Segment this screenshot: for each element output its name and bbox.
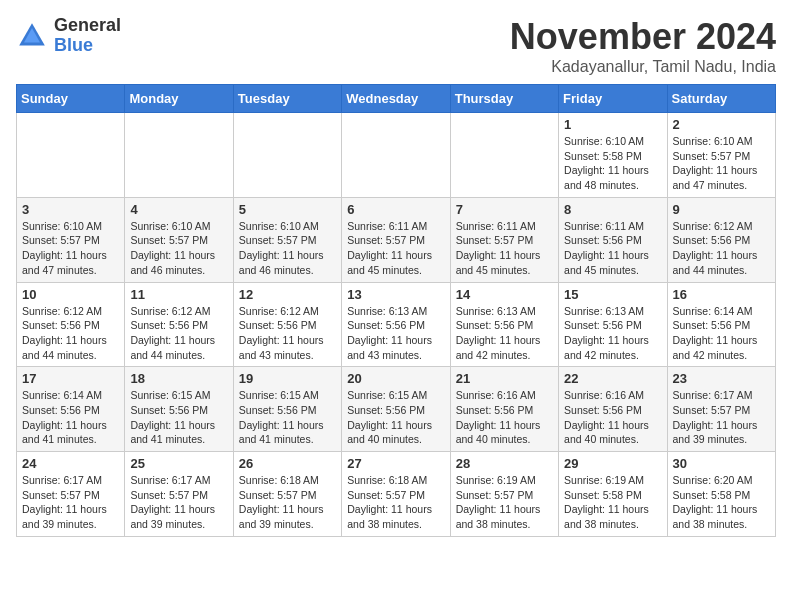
- day-number: 3: [22, 202, 119, 217]
- day-info: Sunrise: 6:19 AM Sunset: 5:57 PM Dayligh…: [456, 473, 553, 532]
- day-number: 7: [456, 202, 553, 217]
- day-info: Sunrise: 6:15 AM Sunset: 5:56 PM Dayligh…: [239, 388, 336, 447]
- day-number: 6: [347, 202, 444, 217]
- day-cell: 29Sunrise: 6:19 AM Sunset: 5:58 PM Dayli…: [559, 452, 667, 537]
- day-info: Sunrise: 6:17 AM Sunset: 5:57 PM Dayligh…: [130, 473, 227, 532]
- day-info: Sunrise: 6:10 AM Sunset: 5:58 PM Dayligh…: [564, 134, 661, 193]
- header-cell-saturday: Saturday: [667, 85, 775, 113]
- day-cell: 14Sunrise: 6:13 AM Sunset: 5:56 PM Dayli…: [450, 282, 558, 367]
- main-title: November 2024: [510, 16, 776, 58]
- day-number: 26: [239, 456, 336, 471]
- day-cell: 16Sunrise: 6:14 AM Sunset: 5:56 PM Dayli…: [667, 282, 775, 367]
- header-cell-friday: Friday: [559, 85, 667, 113]
- header-row: SundayMondayTuesdayWednesdayThursdayFrid…: [17, 85, 776, 113]
- day-number: 11: [130, 287, 227, 302]
- day-cell: 26Sunrise: 6:18 AM Sunset: 5:57 PM Dayli…: [233, 452, 341, 537]
- day-number: 17: [22, 371, 119, 386]
- day-cell: 27Sunrise: 6:18 AM Sunset: 5:57 PM Dayli…: [342, 452, 450, 537]
- day-number: 14: [456, 287, 553, 302]
- day-cell: 20Sunrise: 6:15 AM Sunset: 5:56 PM Dayli…: [342, 367, 450, 452]
- day-cell: 1Sunrise: 6:10 AM Sunset: 5:58 PM Daylig…: [559, 113, 667, 198]
- day-number: 28: [456, 456, 553, 471]
- day-number: 16: [673, 287, 770, 302]
- day-cell: 21Sunrise: 6:16 AM Sunset: 5:56 PM Dayli…: [450, 367, 558, 452]
- day-cell: 24Sunrise: 6:17 AM Sunset: 5:57 PM Dayli…: [17, 452, 125, 537]
- day-info: Sunrise: 6:10 AM Sunset: 5:57 PM Dayligh…: [239, 219, 336, 278]
- day-cell: [450, 113, 558, 198]
- week-row-3: 10Sunrise: 6:12 AM Sunset: 5:56 PM Dayli…: [17, 282, 776, 367]
- header-cell-sunday: Sunday: [17, 85, 125, 113]
- day-number: 4: [130, 202, 227, 217]
- day-number: 10: [22, 287, 119, 302]
- calendar-body: 1Sunrise: 6:10 AM Sunset: 5:58 PM Daylig…: [17, 113, 776, 537]
- day-number: 20: [347, 371, 444, 386]
- day-number: 23: [673, 371, 770, 386]
- day-info: Sunrise: 6:16 AM Sunset: 5:56 PM Dayligh…: [456, 388, 553, 447]
- day-number: 24: [22, 456, 119, 471]
- day-number: 1: [564, 117, 661, 132]
- day-info: Sunrise: 6:15 AM Sunset: 5:56 PM Dayligh…: [130, 388, 227, 447]
- day-number: 8: [564, 202, 661, 217]
- day-cell: 2Sunrise: 6:10 AM Sunset: 5:57 PM Daylig…: [667, 113, 775, 198]
- day-number: 30: [673, 456, 770, 471]
- logo-blue: Blue: [54, 36, 121, 56]
- calendar-table: SundayMondayTuesdayWednesdayThursdayFrid…: [16, 84, 776, 537]
- day-info: Sunrise: 6:11 AM Sunset: 5:57 PM Dayligh…: [456, 219, 553, 278]
- day-info: Sunrise: 6:13 AM Sunset: 5:56 PM Dayligh…: [564, 304, 661, 363]
- day-number: 12: [239, 287, 336, 302]
- page-header: General Blue November 2024 Kadayanallur,…: [16, 16, 776, 76]
- day-cell: 8Sunrise: 6:11 AM Sunset: 5:56 PM Daylig…: [559, 197, 667, 282]
- header-cell-tuesday: Tuesday: [233, 85, 341, 113]
- day-info: Sunrise: 6:13 AM Sunset: 5:56 PM Dayligh…: [347, 304, 444, 363]
- week-row-2: 3Sunrise: 6:10 AM Sunset: 5:57 PM Daylig…: [17, 197, 776, 282]
- day-info: Sunrise: 6:10 AM Sunset: 5:57 PM Dayligh…: [22, 219, 119, 278]
- day-info: Sunrise: 6:18 AM Sunset: 5:57 PM Dayligh…: [239, 473, 336, 532]
- day-cell: 9Sunrise: 6:12 AM Sunset: 5:56 PM Daylig…: [667, 197, 775, 282]
- day-info: Sunrise: 6:14 AM Sunset: 5:56 PM Dayligh…: [673, 304, 770, 363]
- day-cell: [125, 113, 233, 198]
- day-number: 9: [673, 202, 770, 217]
- day-cell: [233, 113, 341, 198]
- day-number: 22: [564, 371, 661, 386]
- day-cell: 11Sunrise: 6:12 AM Sunset: 5:56 PM Dayli…: [125, 282, 233, 367]
- day-cell: 4Sunrise: 6:10 AM Sunset: 5:57 PM Daylig…: [125, 197, 233, 282]
- day-cell: [342, 113, 450, 198]
- day-info: Sunrise: 6:16 AM Sunset: 5:56 PM Dayligh…: [564, 388, 661, 447]
- calendar-header: SundayMondayTuesdayWednesdayThursdayFrid…: [17, 85, 776, 113]
- subtitle: Kadayanallur, Tamil Nadu, India: [510, 58, 776, 76]
- day-info: Sunrise: 6:18 AM Sunset: 5:57 PM Dayligh…: [347, 473, 444, 532]
- day-info: Sunrise: 6:10 AM Sunset: 5:57 PM Dayligh…: [130, 219, 227, 278]
- day-cell: 25Sunrise: 6:17 AM Sunset: 5:57 PM Dayli…: [125, 452, 233, 537]
- logo-icon: [16, 20, 48, 52]
- day-number: 18: [130, 371, 227, 386]
- day-number: 13: [347, 287, 444, 302]
- day-cell: 12Sunrise: 6:12 AM Sunset: 5:56 PM Dayli…: [233, 282, 341, 367]
- day-cell: 17Sunrise: 6:14 AM Sunset: 5:56 PM Dayli…: [17, 367, 125, 452]
- day-info: Sunrise: 6:15 AM Sunset: 5:56 PM Dayligh…: [347, 388, 444, 447]
- header-cell-wednesday: Wednesday: [342, 85, 450, 113]
- day-cell: 3Sunrise: 6:10 AM Sunset: 5:57 PM Daylig…: [17, 197, 125, 282]
- week-row-4: 17Sunrise: 6:14 AM Sunset: 5:56 PM Dayli…: [17, 367, 776, 452]
- day-cell: 10Sunrise: 6:12 AM Sunset: 5:56 PM Dayli…: [17, 282, 125, 367]
- day-cell: 18Sunrise: 6:15 AM Sunset: 5:56 PM Dayli…: [125, 367, 233, 452]
- week-row-1: 1Sunrise: 6:10 AM Sunset: 5:58 PM Daylig…: [17, 113, 776, 198]
- day-number: 29: [564, 456, 661, 471]
- day-number: 15: [564, 287, 661, 302]
- day-cell: 7Sunrise: 6:11 AM Sunset: 5:57 PM Daylig…: [450, 197, 558, 282]
- logo-general: General: [54, 16, 121, 36]
- day-cell: 15Sunrise: 6:13 AM Sunset: 5:56 PM Dayli…: [559, 282, 667, 367]
- day-number: 25: [130, 456, 227, 471]
- day-cell: [17, 113, 125, 198]
- day-cell: 6Sunrise: 6:11 AM Sunset: 5:57 PM Daylig…: [342, 197, 450, 282]
- day-info: Sunrise: 6:17 AM Sunset: 5:57 PM Dayligh…: [22, 473, 119, 532]
- logo-text: General Blue: [54, 16, 121, 56]
- day-cell: 5Sunrise: 6:10 AM Sunset: 5:57 PM Daylig…: [233, 197, 341, 282]
- day-info: Sunrise: 6:10 AM Sunset: 5:57 PM Dayligh…: [673, 134, 770, 193]
- day-number: 19: [239, 371, 336, 386]
- day-info: Sunrise: 6:11 AM Sunset: 5:56 PM Dayligh…: [564, 219, 661, 278]
- day-cell: 19Sunrise: 6:15 AM Sunset: 5:56 PM Dayli…: [233, 367, 341, 452]
- day-cell: 28Sunrise: 6:19 AM Sunset: 5:57 PM Dayli…: [450, 452, 558, 537]
- day-info: Sunrise: 6:14 AM Sunset: 5:56 PM Dayligh…: [22, 388, 119, 447]
- title-block: November 2024 Kadayanallur, Tamil Nadu, …: [510, 16, 776, 76]
- week-row-5: 24Sunrise: 6:17 AM Sunset: 5:57 PM Dayli…: [17, 452, 776, 537]
